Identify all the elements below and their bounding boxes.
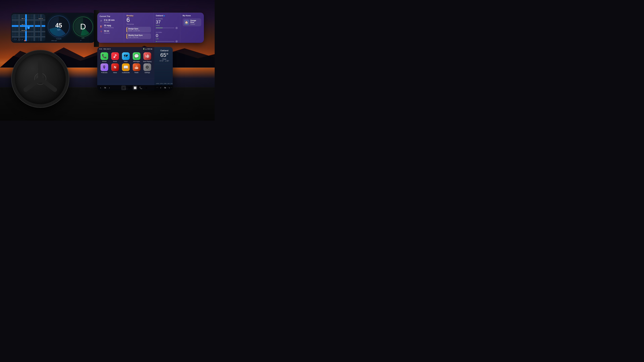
nowplaying-app-label: Now Playing xyxy=(143,61,152,62)
trip-section: Current Trip ⏱ 0 hr 40 min Duration ⛽ 32… xyxy=(97,12,124,43)
uv-index-status: Low xyxy=(156,38,178,39)
cal-event-2-name: Weekly Goal Sync xyxy=(128,34,150,36)
settings-label: Settings xyxy=(144,72,150,73)
air-quality-value: 37 xyxy=(156,19,178,24)
uv-index-label: UV Index xyxy=(156,31,178,33)
phone-label: Phone xyxy=(102,61,106,62)
podcasts-label: Podcasts xyxy=(101,72,107,73)
home-title: My Home xyxy=(183,14,201,16)
info-panel: Current Trip ⏱ 0 hr 40 min Duration ⛽ 32… xyxy=(97,12,204,43)
svg-rect-27 xyxy=(146,55,147,57)
distance-icon: 📍 xyxy=(100,30,103,33)
right-temp-value: 74 xyxy=(164,87,166,89)
app-music[interactable]: Music xyxy=(110,52,120,62)
steering-wheel-container xyxy=(0,37,80,121)
news-label: News xyxy=(113,72,117,73)
carplay-screen: 9:41 Mon Jun 6 🔋 ▲ ●●● 5G 📞 Phone xyxy=(97,47,173,90)
speed-unit: mph xyxy=(55,29,62,31)
svg-rect-31 xyxy=(135,67,136,68)
park-indicator: P xyxy=(80,40,81,41)
radio-icon xyxy=(133,63,140,71)
home-bar-icon[interactable]: ⊞ xyxy=(121,85,126,90)
uv-index-value: 0 xyxy=(156,33,178,38)
carplay-weather-city: Oakland xyxy=(156,49,173,52)
app-phone[interactable]: 📞 Phone xyxy=(99,52,110,62)
grid-bar-icon[interactable]: ⊞ xyxy=(144,85,149,90)
bottom-nav-icons: ⊞ 🗺 ⬜ 📞 ⊞ xyxy=(121,85,149,90)
cal-event-1-name: Design Sync xyxy=(128,28,150,30)
radio-label: Radio xyxy=(134,72,138,73)
podcasts-icon: 🎙 xyxy=(100,63,108,71)
carplay-bottom-bar: ‹ 74 › ⊞ 🗺 ⬜ 📞 ⊞ ‹ 74 › xyxy=(97,85,173,90)
svg-point-32 xyxy=(137,67,138,68)
calendar-section: Monday 6 Tomorrow Design Sync 10:00 - 11… xyxy=(124,12,154,43)
right-temp-decrease-btn[interactable]: ‹ xyxy=(159,86,163,90)
nav-arrow: ▲ xyxy=(27,26,30,29)
app-messages[interactable]: 💬 Messages xyxy=(131,52,142,62)
weather-location-name: Oakland xyxy=(156,14,163,16)
messages-bar-icon[interactable]: ⬜ xyxy=(133,85,137,90)
phone-bar-icon[interactable]: 📞 xyxy=(138,85,143,90)
app-settings[interactable]: ⚙ Settings xyxy=(142,63,152,73)
app-radio[interactable]: Radio xyxy=(131,63,142,73)
svg-rect-26 xyxy=(146,55,146,57)
cal-event-1: Design Sync 10:00 - 11:00 AM xyxy=(126,27,151,32)
location-arrow-icon: ▶ xyxy=(164,15,165,16)
svg-rect-25 xyxy=(115,54,116,57)
app-news[interactable]: N News xyxy=(110,63,120,73)
svg-line-35 xyxy=(40,79,55,90)
audiobooks-label: Audiobooks xyxy=(122,72,130,73)
speed-value: 45 xyxy=(55,22,62,28)
carplay-weather-condition: Clear xyxy=(156,58,173,60)
maps-icon: 🗺 xyxy=(122,52,130,60)
cal-date: 6 xyxy=(126,17,151,23)
carplay-weather-hilo: H:72° L:55° xyxy=(156,60,173,62)
air-quality-bar xyxy=(156,28,174,28)
phone-icon: 📞 xyxy=(100,52,108,60)
app-nowplaying[interactable]: Now Playing xyxy=(142,52,152,62)
right-temp-increase-btn[interactable]: › xyxy=(167,86,172,90)
app-row-2: 🎙 Podcasts N News 📖 Audiobooks xyxy=(99,63,152,73)
clock-icon: ⏱ xyxy=(100,19,103,22)
garage-door-status: Closed xyxy=(190,23,200,25)
air-quality-more-btn[interactable]: › xyxy=(176,27,178,29)
fuel-icon: ⛽ xyxy=(100,25,103,28)
trip-distance-item: 📍 54 mi Distance xyxy=(100,30,122,34)
carplay-weather-low: L:55° xyxy=(165,60,169,62)
trip-economy-value: 32 mpg xyxy=(104,24,114,27)
maps-bar-icon[interactable]: 🗺 xyxy=(127,85,132,90)
uv-index-metric: UV Index 0 Low › xyxy=(156,31,178,43)
app-row-1: 📞 Phone Music 🗺 Maps xyxy=(99,52,152,62)
app-audiobooks[interactable]: 📖 Audiobooks xyxy=(120,63,131,73)
nowplaying-app-icon xyxy=(144,52,151,60)
settings-icon: ⚙ xyxy=(144,63,151,71)
cal-day: Monday xyxy=(126,14,151,16)
audiobooks-icon: 📖 xyxy=(122,63,130,71)
app-maps[interactable]: 🗺 Maps xyxy=(120,52,131,62)
air-quality-metric: Air Quality 37 Good › xyxy=(156,18,178,29)
carplay-weather-high: H:72° xyxy=(160,60,164,62)
svg-point-24 xyxy=(114,56,115,58)
5g-icon: 5G xyxy=(150,48,152,50)
uv-more-btn[interactable]: › xyxy=(176,40,178,42)
carplay-statusbar: 9:41 Mon Jun 6 🔋 ▲ ●●● 5G xyxy=(97,47,154,51)
wifi-icon: ▲ xyxy=(145,48,147,50)
status-time: 9:41 xyxy=(99,48,102,50)
right-climate-controls: ‹ 74 › xyxy=(159,86,172,90)
messages-label: Messages xyxy=(133,61,140,62)
trip-distance-value: 54 mi xyxy=(104,30,110,32)
garage-door-name: Garage Door xyxy=(190,19,200,23)
carplay-weather-widget: Oakland 65° Clear H:72° L:55° 10PM ☁ 65°… xyxy=(154,47,173,90)
map-street-label-2: Racine St xyxy=(38,18,44,19)
carplay-weather-temp: 65° xyxy=(156,52,173,58)
gear-label: auto xyxy=(82,37,84,39)
garage-door-item[interactable]: 🏠 Garage Door Closed xyxy=(183,18,201,26)
app-podcasts[interactable]: 🎙 Podcasts xyxy=(99,63,110,73)
music-icon xyxy=(111,52,119,60)
carplay-app-grid: 📞 Phone Music 🗺 Maps xyxy=(97,51,154,88)
maps-label: Maps xyxy=(124,61,128,62)
cal-event-1-time: 10:00 - 11:00 AM xyxy=(128,30,150,31)
left-temp-increase-btn[interactable]: › xyxy=(107,86,111,90)
trip-economy-item: ⛽ 32 mpg Fuel Economy xyxy=(100,24,122,28)
left-temp-decrease-btn[interactable]: ‹ xyxy=(98,86,103,90)
